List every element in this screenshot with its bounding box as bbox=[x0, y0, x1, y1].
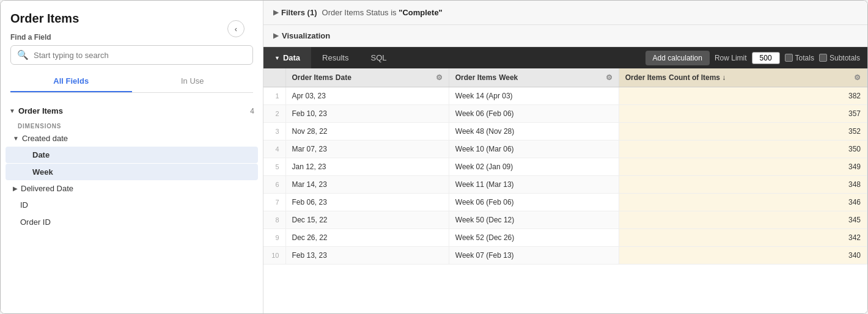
sidebar-header-row: Order Items ‹ bbox=[10, 12, 253, 33]
toolbar-tab-data[interactable]: ▼ Data bbox=[263, 47, 311, 68]
cell-date: Mar 07, 23 bbox=[285, 141, 449, 158]
group-header-order-items[interactable]: ▼ Order Items 4 bbox=[1, 103, 263, 118]
cell-week: Week 07 (Feb 13) bbox=[449, 247, 619, 265]
cell-date: Apr 03, 23 bbox=[285, 87, 449, 105]
cell-date: Nov 28, 22 bbox=[285, 123, 449, 141]
table-row: 5 Jan 12, 23 Week 02 (Jan 09) 349 bbox=[263, 158, 867, 176]
visualization-label: Visualization bbox=[282, 31, 330, 40]
col-header-count: Order Items Count of Items ↓ ⚙ bbox=[619, 68, 867, 87]
data-table: Order Items Date ⚙ Order Items Week ⚙ bbox=[263, 68, 867, 265]
collapse-sidebar-button[interactable]: ‹ bbox=[227, 20, 245, 37]
filters-label: Filters (1) bbox=[281, 8, 317, 17]
col-header-week: Order Items Week ⚙ bbox=[449, 68, 619, 87]
visualization-bar[interactable]: ▶ Visualization bbox=[263, 25, 867, 47]
cell-count: 346 bbox=[619, 194, 867, 211]
cell-rownum: 3 bbox=[263, 123, 285, 141]
cell-date: Feb 06, 23 bbox=[285, 194, 449, 211]
field-item-order-id[interactable]: Order ID bbox=[6, 214, 258, 230]
col-week-prefix: Order Items bbox=[455, 73, 496, 82]
col-count-gear-icon[interactable]: ⚙ bbox=[854, 73, 861, 82]
filter-description: Order Items Status is "Complete" bbox=[322, 8, 443, 17]
subtotals-label: Subtotals bbox=[829, 54, 860, 62]
search-box: 🔍 bbox=[10, 45, 253, 65]
filter-text-prefix: Order Items Status is bbox=[322, 8, 399, 17]
cell-week: Week 06 (Feb 06) bbox=[449, 105, 619, 123]
cell-date: Dec 15, 22 bbox=[285, 211, 449, 229]
totals-checkbox-label[interactable]: Totals bbox=[785, 54, 814, 62]
created-date-label: Created date bbox=[22, 134, 68, 143]
cell-rownum: 4 bbox=[263, 141, 285, 158]
toolbar-tab-sql[interactable]: SQL bbox=[359, 47, 397, 68]
filters-toggle[interactable]: ▶ Filters (1) bbox=[273, 8, 317, 17]
results-tab-label: Results bbox=[322, 53, 348, 62]
cell-week: Week 50 (Dec 12) bbox=[449, 211, 619, 229]
col-date-prefix: Order Items bbox=[292, 73, 333, 82]
cell-rownum: 8 bbox=[263, 211, 285, 229]
col-header-rownum bbox=[263, 68, 285, 87]
group-count: 4 bbox=[250, 107, 254, 115]
cell-count: 348 bbox=[619, 176, 867, 194]
cell-rownum: 1 bbox=[263, 87, 285, 105]
add-calculation-button[interactable]: Add calculation bbox=[645, 51, 710, 65]
cell-date: Dec 26, 22 bbox=[285, 229, 449, 247]
totals-checkbox[interactable] bbox=[785, 54, 793, 62]
tab-in-use[interactable]: In Use bbox=[132, 71, 254, 92]
col-count-prefix: Order Items bbox=[625, 73, 666, 82]
find-field-label: Find a Field bbox=[10, 33, 253, 42]
cell-date: Jan 12, 23 bbox=[285, 158, 449, 176]
col-week-bold: Week bbox=[499, 73, 518, 82]
cell-week: Week 10 (Mar 06) bbox=[449, 141, 619, 158]
table-row: 8 Dec 15, 22 Week 50 (Dec 12) 345 bbox=[263, 211, 867, 229]
delivered-date-caret-icon: ▶ bbox=[13, 185, 18, 192]
page-title: Order Items bbox=[10, 12, 79, 26]
cell-rownum: 10 bbox=[263, 247, 285, 265]
cell-count: 340 bbox=[619, 247, 867, 265]
col-count-bold: Count of Items ↓ bbox=[669, 73, 726, 82]
dimension-delivered-date[interactable]: ▶ Delivered Date bbox=[1, 181, 263, 196]
search-input[interactable] bbox=[34, 51, 246, 60]
data-tab-caret-icon: ▼ bbox=[274, 55, 280, 61]
filter-caret-icon: ▶ bbox=[273, 9, 278, 16]
col-date-bold: Date bbox=[336, 73, 351, 82]
toolbar: ▼ Data Results SQL Add calculation Row L… bbox=[263, 47, 867, 68]
group-caret-icon: ▼ bbox=[9, 108, 15, 114]
field-item-date[interactable]: Date bbox=[6, 147, 258, 163]
cell-count: 349 bbox=[619, 158, 867, 176]
section-label-dimensions: DIMENSIONS bbox=[1, 119, 263, 131]
table-row: 2 Feb 10, 23 Week 06 (Feb 06) 357 bbox=[263, 105, 867, 123]
cell-count: 352 bbox=[619, 123, 867, 141]
sidebar-body: ▼ Order Items 4 DIMENSIONS ▼ Created dat… bbox=[1, 99, 263, 313]
cell-count: 350 bbox=[619, 141, 867, 158]
data-tab-label: Data bbox=[283, 53, 300, 62]
table-row: 7 Feb 06, 23 Week 06 (Feb 06) 346 bbox=[263, 194, 867, 211]
table-row: 4 Mar 07, 23 Week 10 (Mar 06) 350 bbox=[263, 141, 867, 158]
cell-rownum: 6 bbox=[263, 176, 285, 194]
table-row: 6 Mar 14, 23 Week 11 (Mar 13) 348 bbox=[263, 176, 867, 194]
cell-date: Mar 14, 23 bbox=[285, 176, 449, 194]
cell-date: Feb 13, 23 bbox=[285, 247, 449, 265]
cell-count: 345 bbox=[619, 211, 867, 229]
cell-rownum: 5 bbox=[263, 158, 285, 176]
field-item-week[interactable]: Week bbox=[6, 164, 258, 180]
field-item-id[interactable]: ID bbox=[6, 197, 258, 213]
cell-count: 357 bbox=[619, 105, 867, 123]
col-week-gear-icon[interactable]: ⚙ bbox=[606, 73, 612, 82]
cell-week: Week 11 (Mar 13) bbox=[449, 176, 619, 194]
subtotals-checkbox[interactable] bbox=[819, 54, 827, 62]
group-name: Order Items bbox=[18, 106, 63, 115]
dimension-created-date[interactable]: ▼ Created date bbox=[1, 131, 263, 146]
cell-date: Feb 10, 23 bbox=[285, 105, 449, 123]
cell-rownum: 7 bbox=[263, 194, 285, 211]
tab-all-fields[interactable]: All Fields bbox=[10, 71, 132, 92]
app-container: Order Items ‹ Find a Field 🔍 All Fields … bbox=[0, 0, 868, 314]
col-date-gear-icon[interactable]: ⚙ bbox=[436, 73, 443, 82]
filter-value: "Complete" bbox=[399, 8, 443, 17]
cell-week: Week 02 (Jan 09) bbox=[449, 158, 619, 176]
cell-week: Week 14 (Apr 03) bbox=[449, 87, 619, 105]
table-row: 3 Nov 28, 22 Week 48 (Nov 28) 352 bbox=[263, 123, 867, 141]
row-limit-input[interactable] bbox=[752, 52, 780, 64]
cell-count: 382 bbox=[619, 87, 867, 105]
subtotals-checkbox-label[interactable]: Subtotals bbox=[819, 54, 860, 62]
sidebar: Order Items ‹ Find a Field 🔍 All Fields … bbox=[1, 1, 263, 313]
toolbar-tab-results[interactable]: Results bbox=[311, 47, 359, 68]
